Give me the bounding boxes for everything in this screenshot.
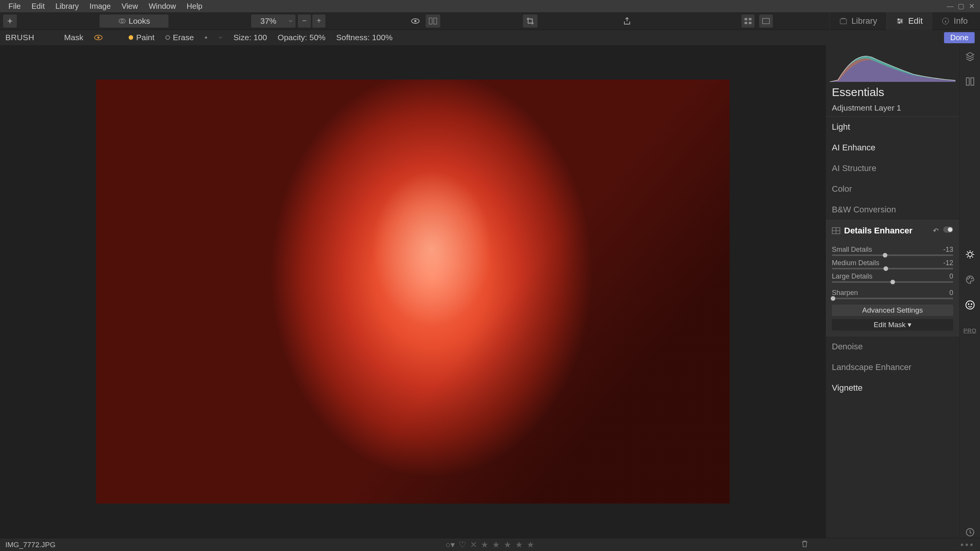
menu-edit[interactable]: Edit <box>26 0 50 12</box>
details-icon <box>832 227 840 234</box>
compare-button[interactable] <box>426 15 440 28</box>
zoom-dropdown[interactable] <box>286 15 296 28</box>
brush-softness-label[interactable]: Softness: 100% <box>336 33 392 42</box>
star-3[interactable]: ★ <box>504 540 511 550</box>
portrait-icon[interactable] <box>964 299 976 311</box>
menu-library[interactable]: Library <box>50 0 84 12</box>
chevron-down-icon <box>288 19 293 23</box>
pro-icon[interactable]: PRO <box>964 324 976 336</box>
large-details-slider[interactable] <box>832 281 953 283</box>
medium-details-label: Medium Details <box>832 259 879 267</box>
section-denoise[interactable]: Denoise <box>826 336 959 357</box>
history-icon[interactable] <box>964 527 976 538</box>
more-button[interactable]: ••• <box>960 540 975 550</box>
done-button[interactable]: Done <box>944 32 975 43</box>
menu-bar: File Edit Library Image View Window Help… <box>0 0 980 12</box>
gallery-view-button[interactable] <box>759 15 773 28</box>
gallery-single-button[interactable] <box>742 15 755 28</box>
section-color[interactable]: Color <box>826 179 959 199</box>
chevron-down-icon[interactable] <box>218 35 223 40</box>
zoom-in-button[interactable]: + <box>312 15 325 28</box>
add-button[interactable] <box>3 15 17 28</box>
small-details-value: -13 <box>943 246 953 254</box>
canvas-tools-icon[interactable] <box>964 76 976 87</box>
brush-size-dot[interactable]: • <box>204 33 207 42</box>
tab-edit[interactable]: Edit <box>886 12 932 30</box>
sharpen-slider[interactable] <box>832 298 953 299</box>
canvas-area[interactable] <box>0 45 825 538</box>
layer-name[interactable]: Adjustment Layer 1 <box>826 102 959 117</box>
section-vignette[interactable]: Vignette <box>826 378 959 398</box>
svg-point-22 <box>968 304 969 305</box>
section-landscape[interactable]: Landscape Enhancer <box>826 357 959 378</box>
export-button[interactable] <box>620 15 634 28</box>
small-details-slider[interactable] <box>832 254 953 256</box>
single-view-icon <box>762 18 770 24</box>
reject-button[interactable]: ✕ <box>470 540 477 550</box>
slider-handle[interactable] <box>890 280 895 284</box>
zoom-value[interactable]: 37% <box>251 15 286 28</box>
star-4[interactable]: ★ <box>515 540 523 550</box>
brush-opacity-label[interactable]: Opacity: 50% <box>278 33 325 42</box>
slider-handle[interactable] <box>883 253 887 258</box>
slider-handle[interactable] <box>831 296 835 301</box>
favorite-button[interactable]: ♡ <box>459 540 466 550</box>
window-close-icon[interactable]: ✕ <box>966 2 977 10</box>
section-ai-structure[interactable]: AI Structure <box>826 158 959 179</box>
menu-help[interactable]: Help <box>181 0 208 12</box>
color-tag-button[interactable]: ○▾ <box>446 540 455 550</box>
menu-file[interactable]: File <box>3 0 26 12</box>
reset-icon[interactable]: ↶ <box>933 227 939 235</box>
histogram[interactable] <box>826 45 959 82</box>
svg-rect-7 <box>749 22 751 24</box>
preview-toggle[interactable] <box>408 15 423 28</box>
window-maximize-icon[interactable]: ▢ <box>956 2 966 10</box>
tab-info[interactable]: Info <box>932 12 977 30</box>
export-icon <box>623 17 631 25</box>
mask-label[interactable]: Mask <box>64 33 83 42</box>
panel-title: Essentials <box>826 82 959 102</box>
svg-point-17 <box>968 253 972 257</box>
paint-label: Paint <box>136 33 155 42</box>
section-ai-enhance[interactable]: AI Enhance <box>826 137 959 158</box>
compare-icon <box>429 18 437 24</box>
trash-button[interactable] <box>801 540 808 549</box>
brush-size-label[interactable]: Size: 100 <box>234 33 267 42</box>
medium-details-slider[interactable] <box>832 268 953 269</box>
star-5[interactable]: ★ <box>527 540 534 550</box>
section-details-enhancer[interactable]: Details Enhancer ↶ <box>826 220 959 241</box>
section-light[interactable]: Light <box>826 117 959 137</box>
zoom-out-button[interactable]: − <box>298 15 311 28</box>
menu-window[interactable]: Window <box>143 0 181 12</box>
advanced-settings-button[interactable]: Advanced Settings <box>832 305 953 316</box>
paint-toggle[interactable]: Paint <box>129 33 155 42</box>
slider-handle[interactable] <box>884 266 888 271</box>
status-bar: IMG_7772.JPG ○▾ ♡ ✕ ★ ★ ★ ★ ★ ••• <box>0 538 980 551</box>
svg-point-20 <box>971 278 972 279</box>
erase-toggle[interactable]: Erase <box>165 33 194 42</box>
right-tool-strip: PRO <box>959 45 980 538</box>
star-1[interactable]: ★ <box>481 540 488 550</box>
essentials-icon[interactable] <box>964 249 976 260</box>
creative-icon[interactable] <box>964 274 976 285</box>
crop-button[interactable] <box>523 15 537 28</box>
section-bw[interactable]: B&W Conversion <box>826 199 959 220</box>
star-2[interactable]: ★ <box>492 540 500 550</box>
trash-icon <box>801 540 808 548</box>
edit-mask-button[interactable]: Edit Mask ▾ <box>832 319 953 331</box>
window-minimize-icon[interactable]: — <box>945 2 956 10</box>
looks-button[interactable]: Looks <box>100 15 168 28</box>
menu-image[interactable]: Image <box>84 0 116 12</box>
menu-view[interactable]: View <box>116 0 143 12</box>
mask-visibility-icon[interactable] <box>94 35 103 40</box>
brush-mode-label: BRUSH <box>5 33 34 42</box>
details-enhancer-label: Details Enhancer <box>844 226 913 236</box>
main-toolbar: Looks 37% − + Li <box>0 12 980 30</box>
svg-point-23 <box>971 304 972 305</box>
layers-icon[interactable] <box>964 51 976 62</box>
canvas-image[interactable] <box>96 80 730 504</box>
tab-library[interactable]: Library <box>830 12 886 30</box>
library-icon <box>839 17 848 25</box>
section-toggle[interactable] <box>943 227 953 233</box>
erase-label: Erase <box>173 33 194 42</box>
